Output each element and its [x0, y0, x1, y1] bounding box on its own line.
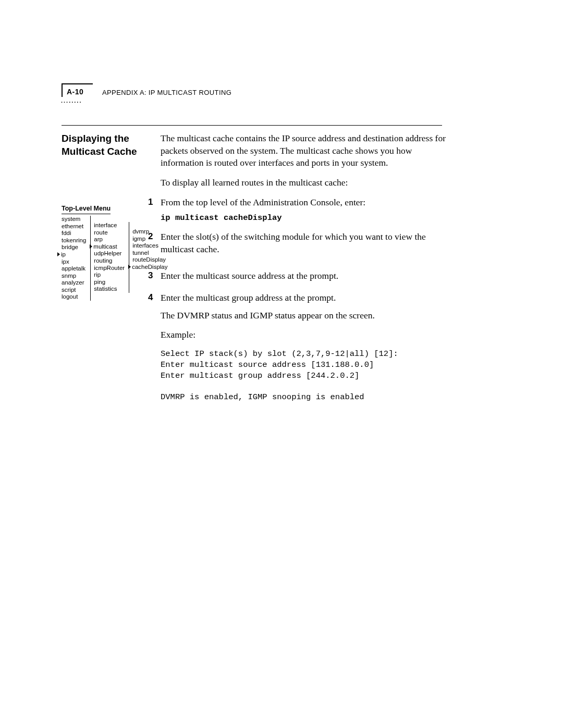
menu-item-label: igmp	[132, 236, 145, 242]
menu-item: routing	[94, 257, 125, 265]
page-tab: A-10 ........	[62, 83, 93, 104]
step-3: Enter the multicast source address at th…	[161, 270, 447, 282]
menu-marker-icon	[57, 252, 60, 256]
menu-item: statistics	[94, 286, 125, 293]
step-4-text: Enter the multicast group address at the…	[161, 292, 336, 303]
menu-item: udpHelper	[94, 250, 125, 257]
menu-item: script	[62, 287, 86, 294]
menu-item-label: rip	[94, 272, 101, 278]
intro-paragraph-2: To display all learned routes in the mul…	[161, 177, 447, 189]
menu-item: ethernet	[62, 223, 86, 230]
step-2: Enter the slot(s) of the switching modul…	[161, 231, 447, 255]
document-page: A-10 ........ APPENDIX A: IP MULTICAST R…	[0, 0, 563, 728]
menu-item-label: system	[62, 216, 80, 222]
menu-item-label: statistics	[94, 286, 117, 292]
menu-item: route	[94, 229, 125, 237]
status-note: The DVMRP status and IGMP status appear …	[161, 310, 447, 322]
menu-col-1: systemethernetfdditokenringbridgeipipxap…	[62, 216, 91, 301]
menu-item-label: routing	[94, 257, 112, 264]
step-4: Enter the multicast group address at the…	[161, 292, 447, 403]
menu-columns: systemethernetfdditokenringbridgeipipxap…	[62, 216, 161, 301]
menu-item-label: routeDisplay	[132, 256, 166, 263]
menu-item-label: ipx	[62, 258, 69, 265]
menu-item-label: script	[62, 287, 76, 293]
menu-item: interface	[94, 222, 125, 229]
step-list: From the top level of the Administration…	[161, 196, 447, 403]
menu-col-2: interfaceroutearpmulticastudpHelperrouti…	[91, 222, 129, 293]
menu-item-label: ip	[61, 251, 66, 257]
menu-item-label: ping	[94, 279, 105, 285]
menu-item-label: tokenring	[62, 237, 86, 243]
menu-item: multicast	[94, 243, 125, 251]
step-2-text: Enter the slot(s) of the switching modul…	[161, 231, 426, 254]
example-block: Select IP stack(s) by slot (2,3,7,9-12|a…	[161, 349, 447, 403]
header-dots: ........	[61, 97, 93, 104]
intro-paragraph: The multicast cache contains the IP sour…	[161, 132, 447, 169]
menu-item: appletalk	[62, 265, 86, 273]
menu-item-label: bridge	[62, 244, 78, 250]
menu-item: ipx	[62, 258, 86, 266]
menu-item: ip	[62, 251, 86, 258]
menu-item: arp	[94, 236, 125, 243]
running-header: A-10 ........ APPENDIX A: IP MULTICAST R…	[62, 83, 231, 104]
menu-marker-icon	[90, 244, 92, 249]
menu-item-label: appletalk	[62, 265, 85, 272]
menu-item: fddi	[62, 230, 86, 237]
step-1-command: ip multicast cacheDisplay	[161, 213, 447, 224]
step-3-text: Enter the multicast source address at th…	[161, 270, 338, 281]
section-title: Displaying the Multicast Cache	[62, 132, 161, 158]
menu-marker-icon	[128, 265, 131, 269]
menu-item: ping	[94, 279, 125, 286]
menu-item: rip	[94, 272, 125, 279]
example-label: Example:	[161, 329, 447, 341]
menu-item: analyzer	[62, 279, 86, 287]
menu-item-label: cacheDisplay	[132, 264, 167, 270]
menu-item: bridge	[62, 244, 86, 251]
menu-title: Top-Level Menu	[62, 205, 111, 214]
menu-item: routeDisplay	[132, 256, 167, 264]
menu-item-label: dvmrp	[132, 228, 149, 235]
menu-item: snmp	[62, 273, 86, 280]
menu-item-label: analyzer	[62, 279, 84, 286]
menu-item-label: icmpRouter	[94, 265, 125, 271]
menu-item: logout	[62, 293, 86, 301]
menu-item: icmpRouter	[94, 265, 125, 272]
menu-item-label: snmp	[62, 273, 76, 279]
menu-illustration: Top-Level Menu systemethernetfdditokenri…	[62, 205, 161, 301]
section-rule	[62, 125, 442, 126]
menu-item-label: interfaces	[132, 242, 158, 249]
menu-item-label: fddi	[62, 230, 71, 236]
menu-item-label: route	[94, 229, 107, 236]
menu-item-label: arp	[94, 236, 103, 242]
menu-item-label: interface	[94, 222, 117, 228]
menu-item-label: tunnel	[132, 250, 149, 256]
page-number: A-10	[62, 83, 93, 97]
menu-item: tokenring	[62, 237, 86, 244]
header-title: APPENDIX A: IP MULTICAST ROUTING	[102, 89, 231, 96]
step-1-text: From the top level of the Administration…	[161, 197, 365, 207]
right-column: The multicast cache contains the IP sour…	[161, 132, 447, 410]
menu-item: system	[62, 216, 86, 223]
left-column: Displaying the Multicast Cache Top-Level…	[62, 132, 161, 301]
menu-item-label: udpHelper	[94, 250, 121, 256]
menu-item-label: ethernet	[62, 223, 83, 229]
content-area: Displaying the Multicast Cache Top-Level…	[62, 132, 447, 410]
menu-item-label: logout	[62, 293, 78, 300]
step-1: From the top level of the Administration…	[161, 196, 447, 224]
menu-item-label: multicast	[93, 243, 117, 250]
